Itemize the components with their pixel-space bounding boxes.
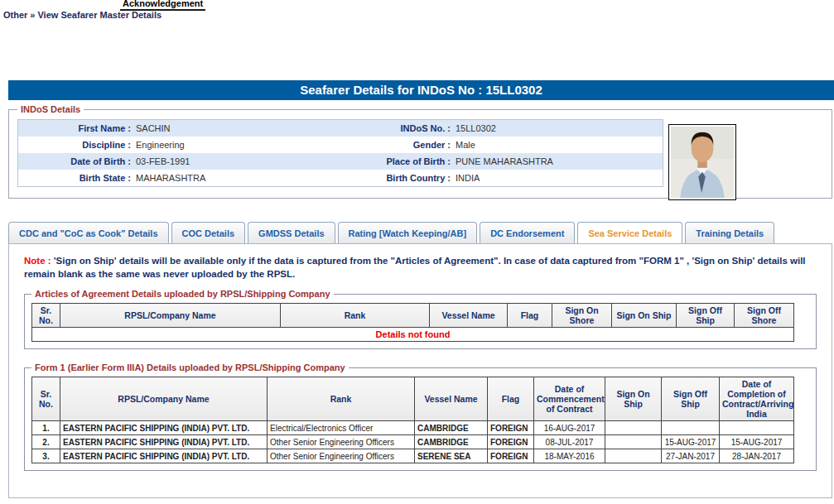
form1-r3-flag: FOREIGN [488,449,534,463]
tab-gmdss-details[interactable]: GMDSS Details [248,222,335,243]
articles-col-sign-on-shore: Sign On Shore [552,304,612,328]
discipline-label: Discipline : [18,137,136,153]
form1-r3-sr: 3. [32,449,60,463]
articles-col-sign-off-shore: Sign Off Shore [735,304,794,328]
indos-no-value: 15LL0302 [456,120,663,137]
gender-value: Male [456,137,663,153]
note-text: 'Sign on Ship' details will be available… [24,256,806,279]
form1-col-company: RPSL/Company Name [60,377,268,421]
form1-r1-sign-off-ship [662,421,720,435]
articles-empty-row: Details not found [32,328,794,342]
form1-r2-vessel: CAMBRIDGE [415,435,488,449]
form1-r1-sr: 1. [32,421,60,435]
form1-r3-sign-on-ship [605,449,662,463]
form1-row-2: 2. EASTERN PACIFIC SHIPPING (INDIA) PVT.… [32,435,794,449]
form1-col-sign-on-ship: Sign On Ship [605,377,662,421]
sea-service-panel: Note : 'Sign on Ship' details will be av… [8,243,832,498]
page-title: Seafarer Details for INDoS No : 15LL0302 [8,80,834,100]
birth-country-value: INDIA [456,170,663,186]
form1-r3-completion: 28-JAN-2017 [720,449,794,463]
birth-country-label: Birth Country : [325,170,456,186]
tab-coc-details[interactable]: COC Details [171,222,246,243]
form1-legend: Form 1 (Earlier Form IIIA) Details uploa… [31,362,349,372]
detail-tabs: CDC and "CoC as Cook" Details COC Detail… [8,222,774,243]
indos-row-1: First Name : SACHIN INDoS No. : 15LL0302 [18,120,663,137]
indos-details-section: INDoS Details First Name : SACHIN INDoS … [8,104,832,199]
first-name-value: SACHIN [136,120,325,137]
form1-r3-commencement: 18-MAY-2016 [534,449,605,463]
articles-col-vessel: Vessel Name [430,304,508,328]
indos-row-4: Birth State : MAHARASHTRA Birth Country … [18,170,663,186]
birth-state-value: MAHARASHTRA [136,170,325,186]
form1-col-sr-no: Sr. No. [32,377,60,421]
indos-no-label: INDoS No. : [325,120,456,137]
tab-cdc-coc-cook-details[interactable]: CDC and "CoC as Cook" Details [8,222,169,243]
form1-r3-sign-off-ship: 27-JAN-2017 [662,449,720,463]
form1-r1-flag: FOREIGN [488,421,534,435]
form1-col-commencement: Date of Commencement of Contract [534,377,605,421]
breadcrumb: Other»View Seafarer Master Details [3,10,161,20]
place-of-birth-label: Place of Birth : [325,153,456,170]
form1-row-1: 1. EASTERN PACIFIC SHIPPING (INDIA) PVT.… [32,421,794,435]
articles-col-sign-on-ship: Sign On Ship [612,304,677,328]
form1-r2-flag: FOREIGN [488,435,534,449]
form1-r1-completion [720,421,794,435]
gender-label: Gender : [325,137,456,153]
form1-r2-completion: 15-AUG-2017 [720,435,794,449]
form1-col-vessel: Vessel Name [415,377,488,421]
articles-col-company: RPSL/Company Name [60,304,281,328]
form1-r2-rank: Other Senior Engineering Officers [268,435,415,449]
indos-row-2: Discipline : Engineering Gender : Male [18,137,663,153]
articles-of-agreement-section: Articles of Agreement Details uploaded b… [24,289,817,349]
breadcrumb-separator: » [27,10,37,20]
articles-col-sign-off-ship: Sign Off Ship [677,304,735,328]
note-prefix: Note : [24,256,51,266]
articles-col-sr-no: Sr. No. [32,304,60,328]
form1-header-row: Sr. No. RPSL/Company Name Rank Vessel Na… [32,377,794,421]
indos-fields-box: First Name : SACHIN INDoS No. : 15LL0302… [17,119,663,187]
form1-r2-sign-on-ship [605,435,662,449]
tab-dc-endorsement[interactable]: DC Endorsement [480,222,575,243]
articles-of-agreement-table: Sr. No. RPSL/Company Name Rank Vessel Na… [31,303,794,342]
form1-col-sign-off-ship: Sign Off Ship [662,377,720,421]
date-of-birth-value: 03-FEB-1991 [136,153,325,170]
birth-state-label: Birth State : [18,170,136,186]
form1-section: Form 1 (Earlier Form IIIA) Details uploa… [24,362,817,471]
indos-details-legend: INDoS Details [17,104,84,114]
breadcrumb-root[interactable]: Other [3,10,27,20]
form1-r1-commencement: 16-AUG-2017 [534,421,605,435]
form1-table: Sr. No. RPSL/Company Name Rank Vessel Na… [31,377,794,463]
form1-r1-company: EASTERN PACIFIC SHIPPING (INDIA) PVT. LT… [60,421,268,435]
seafarer-photo-image [671,127,734,198]
first-name-label: First Name : [18,120,136,137]
tab-sea-service-details[interactable]: Sea Service Details [577,222,682,243]
form1-r1-vessel: CAMBRIDGE [415,421,488,435]
form1-r1-rank: Electrical/Electronics Officer [268,421,415,435]
form1-col-rank: Rank [268,377,415,421]
sign-on-ship-note: Note : 'Sign on Ship' details will be av… [24,254,817,281]
tab-training-details[interactable]: Training Details [685,222,774,243]
discipline-value: Engineering [136,137,325,153]
articles-of-agreement-legend: Articles of Agreement Details uploaded b… [31,289,334,299]
place-of-birth-value: PUNE MAHARASHTRA [456,153,663,170]
articles-header-row: Sr. No. RPSL/Company Name Rank Vessel Na… [32,304,794,328]
form1-r2-sign-off-ship: 15-AUG-2017 [662,435,720,449]
date-of-birth-label: Date of Birth : [18,153,136,170]
form1-col-flag: Flag [488,377,534,421]
form1-r3-company: EASTERN PACIFIC SHIPPING (INDIA) PVT. LT… [60,449,268,463]
seafarer-photo [668,124,736,200]
form1-col-completion: Date of Completion of Contract/Arriving … [720,377,794,421]
form1-r1-sign-on-ship [605,421,662,435]
indos-row-3: Date of Birth : 03-FEB-1991 Place of Bir… [18,153,663,170]
tab-rating-watch-keeping-ab[interactable]: Rating [Watch Keeping/AB] [338,222,478,243]
form1-r3-rank: Other Senior Engineering Officers [268,449,415,463]
details-not-found-message: Details not found [32,328,794,342]
form1-r2-company: EASTERN PACIFIC SHIPPING (INDIA) PVT. LT… [60,435,268,449]
form1-r2-sr: 2. [32,435,60,449]
breadcrumb-current: View Seafarer Master Details [37,10,161,20]
form1-r3-vessel: SERENE SEA [415,449,488,463]
articles-col-rank: Rank [281,304,430,328]
form1-r2-commencement: 08-JUL-2017 [534,435,605,449]
form1-row-3: 3. EASTERN PACIFIC SHIPPING (INDIA) PVT.… [32,449,794,463]
articles-col-flag: Flag [508,304,552,328]
